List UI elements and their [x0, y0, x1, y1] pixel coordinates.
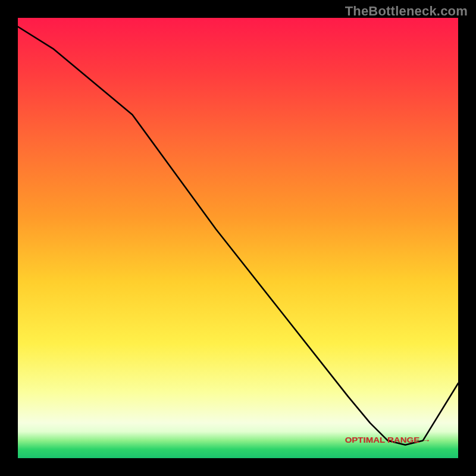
bottleneck-curve — [18, 18, 458, 458]
plot-area: OPTIMAL RANGE → — [18, 18, 458, 458]
optimal-range-label: OPTIMAL RANGE → — [345, 436, 431, 444]
curve-path — [18, 27, 458, 445]
watermark-text: TheBottleneck.com — [345, 4, 468, 19]
chart-frame: TheBottleneck.com OPTIMAL RANGE → — [0, 0, 476, 476]
